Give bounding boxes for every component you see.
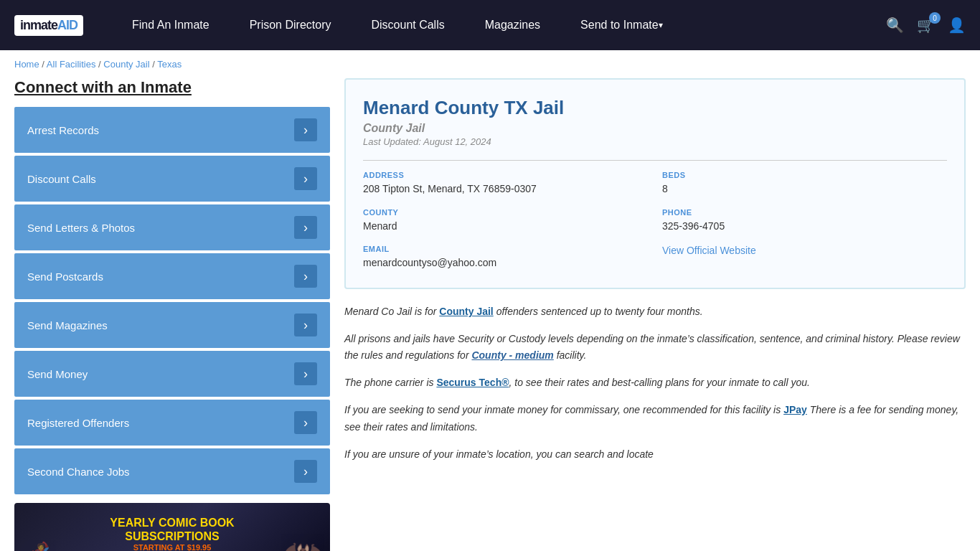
sidebar-btn-send-letters-photos[interactable]: Send Letters & Photos › (14, 204, 330, 250)
desc-para-2: All prisons and jails have Security or C… (344, 331, 966, 365)
facility-type: County Jail (363, 122, 947, 135)
search-icon[interactable]: 🔍 (886, 17, 904, 34)
county-label: COUNTY (363, 208, 648, 217)
comic-ad-subtitle: STARTING AT $19.95 (75, 543, 270, 551)
website-block: View Official Website (662, 245, 947, 270)
sidebar-btn-registered-offenders[interactable]: Registered Offenders › (14, 400, 330, 446)
address-label: ADDRESS (363, 171, 648, 179)
facility-name: Menard County TX Jail (363, 97, 947, 119)
address-block: ADDRESS 208 Tipton St, Menard, TX 76859-… (363, 171, 648, 197)
desc-para-4: If you are seeking to send your inmate m… (344, 402, 966, 436)
user-icon[interactable]: 👤 (948, 17, 966, 34)
main-layout: Connect with an Inmate Arrest Records › … (0, 78, 980, 551)
hero-icon-left: 🦸 (20, 541, 56, 551)
logo-container[interactable]: inmateAID (14, 15, 83, 36)
sidebar-btn-second-chance-jobs[interactable]: Second Chance Jobs › (14, 448, 330, 494)
comic-ad-content: YEARLY COMIC BOOKSUBSCRIPTIONS STARTING … (75, 516, 270, 551)
arrow-icon: › (294, 118, 317, 141)
cart-icon[interactable]: 🛒 0 (917, 17, 935, 34)
desc-para-3: The phone carrier is Securus Tech®, to s… (344, 375, 966, 392)
nav-send-to-inmate[interactable]: Send to Inmate (560, 0, 683, 50)
facility-card: Menard County TX Jail County Jail Last U… (344, 78, 966, 289)
address-value: 208 Tipton St, Menard, TX 76859-0307 (363, 182, 648, 197)
sidebar-title: Connect with an Inmate (14, 78, 330, 97)
sidebar-btn-arrest-records[interactable]: Arrest Records › (14, 107, 330, 153)
nav-find-inmate[interactable]: Find An Inmate (112, 0, 230, 50)
navbar-icons: 🔍 🛒 0 👤 (886, 17, 966, 34)
sidebar: Connect with an Inmate Arrest Records › … (14, 78, 330, 551)
cart-badge: 0 (929, 12, 941, 24)
website-link[interactable]: View Official Website (662, 245, 756, 256)
breadcrumb-texas[interactable]: Texas (157, 59, 182, 70)
nav-magazines[interactable]: Magazines (465, 0, 560, 50)
breadcrumb-county-jail[interactable]: County Jail (103, 59, 149, 70)
desc-para-5: If you are unsure of your inmate’s locat… (344, 446, 966, 463)
beds-value: 8 (662, 182, 947, 197)
nav-prison-directory[interactable]: Prison Directory (230, 0, 352, 50)
phone-label: PHONE (662, 208, 947, 217)
nav-discount-calls[interactable]: Discount Calls (351, 0, 464, 50)
county-block: COUNTY Menard (363, 208, 648, 234)
county-jail-link[interactable]: County Jail (439, 306, 493, 317)
comic-ad-title: YEARLY COMIC BOOKSUBSCRIPTIONS (75, 516, 270, 543)
facility-info-grid: ADDRESS 208 Tipton St, Menard, TX 76859-… (363, 160, 947, 270)
facility-description: Menard Co Jail is for County Jail offend… (344, 303, 966, 463)
county-value: Menard (363, 220, 648, 234)
arrow-icon: › (294, 460, 317, 483)
arrow-icon: › (294, 167, 317, 190)
breadcrumb-home[interactable]: Home (14, 59, 39, 70)
arrow-icon: › (294, 314, 317, 336)
sidebar-btn-send-postcards[interactable]: Send Postcards › (14, 253, 330, 299)
sidebar-btn-discount-calls[interactable]: Discount Calls › (14, 156, 330, 202)
navbar-links: Find An Inmate Prison Directory Discount… (112, 0, 879, 50)
arrow-icon: › (294, 411, 317, 434)
desc-para-1: Menard Co Jail is for County Jail offend… (344, 303, 966, 321)
logo-text: inmateAID (20, 18, 77, 33)
phone-block: PHONE 325-396-4705 (662, 208, 947, 234)
sidebar-btn-send-money[interactable]: Send Money › (14, 351, 330, 397)
arrow-icon: › (294, 216, 317, 239)
phone-value: 325-396-4705 (662, 220, 947, 234)
comic-ad-banner[interactable]: 🦸 YEARLY COMIC BOOKSUBSCRIPTIONS STARTIN… (14, 503, 330, 551)
securus-link[interactable]: Securus Tech® (436, 377, 509, 388)
email-value: menardcountyso@yahoo.com (363, 256, 648, 270)
breadcrumb: Home / All Facilities / County Jail / Te… (0, 50, 980, 78)
email-label: EMAIL (363, 245, 648, 253)
beds-label: BEDS (662, 171, 947, 179)
beds-block: BEDS 8 (662, 171, 947, 197)
breadcrumb-all-facilities[interactable]: All Facilities (47, 59, 96, 70)
sidebar-btn-send-magazines[interactable]: Send Magazines › (14, 302, 330, 348)
arrow-icon: › (294, 362, 317, 385)
facility-updated: Last Updated: August 12, 2024 (363, 136, 947, 147)
email-block: EMAIL menardcountyso@yahoo.com (363, 245, 648, 270)
navbar: inmateAID Find An Inmate Prison Director… (0, 0, 980, 50)
jpay-link[interactable]: JPay (783, 404, 807, 415)
arrow-icon: › (294, 265, 317, 288)
hero-icon-right: 🦇 (281, 534, 324, 551)
main-content: Menard County TX Jail County Jail Last U… (344, 78, 966, 551)
county-medium-link[interactable]: County - medium (471, 349, 553, 361)
